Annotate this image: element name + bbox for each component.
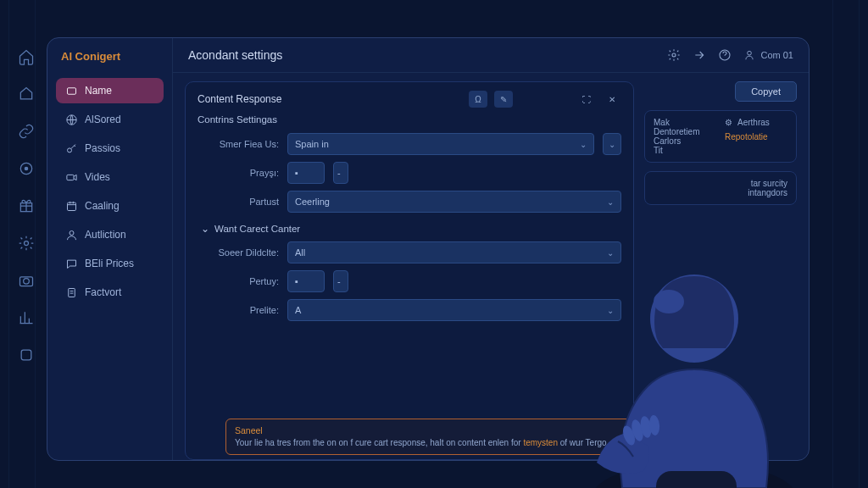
id-icon bbox=[64, 84, 78, 97]
praysi-select-b[interactable]: - bbox=[333, 162, 348, 184]
history-icon[interactable]: Ω bbox=[469, 91, 487, 108]
svg-point-9 bbox=[67, 147, 71, 152]
page-title: Acondant settings bbox=[188, 48, 282, 62]
pertuy-select-b[interactable]: - bbox=[333, 270, 348, 292]
main-panel: Acondant settings Com 01 Content Respons… bbox=[173, 38, 809, 460]
sidebar-item-vides[interactable]: Vides bbox=[56, 164, 164, 190]
main-header: Acondant settings Com 01 bbox=[173, 38, 809, 73]
svg-rect-6 bbox=[21, 350, 31, 360]
smer-fiea-select[interactable]: Spain in⌄ bbox=[287, 133, 594, 155]
field-label: Partust bbox=[213, 197, 279, 207]
side-panel: Copyet Mak Dentoretiem Carlors Tit ⚙Aert… bbox=[644, 81, 797, 460]
praysi-select[interactable]: ▪ bbox=[287, 162, 325, 184]
sidebar-item-label: Passios bbox=[85, 142, 120, 154]
content-response-panel: Content Response Ω ✎ ⛶ ✕ Contrins Settin… bbox=[185, 81, 634, 460]
svg-rect-13 bbox=[68, 288, 75, 297]
svg-rect-18 bbox=[656, 471, 737, 488]
video-icon bbox=[64, 170, 78, 184]
home-icon[interactable] bbox=[17, 47, 36, 66]
svg-rect-10 bbox=[66, 175, 73, 180]
globe-icon bbox=[64, 113, 78, 126]
svg-rect-7 bbox=[67, 87, 75, 94]
sidebar-item-label: Factvort bbox=[85, 286, 121, 298]
notice-body: Your lie ha tres from the on on f cure c… bbox=[235, 437, 623, 449]
sidebar-item-prices[interactable]: BEli Prices bbox=[56, 251, 164, 276]
svg-point-1 bbox=[25, 167, 27, 169]
sidebar-item-alsored[interactable]: AlSored bbox=[56, 107, 164, 132]
field-label: Smer Fiea Us: bbox=[213, 139, 279, 149]
svg-point-17 bbox=[593, 463, 796, 488]
field-partust: Partust Ceerling⌄ bbox=[213, 191, 621, 213]
svg-point-16 bbox=[748, 51, 752, 55]
sidebar: AI Conigert Name AlSored Passios Vides C… bbox=[47, 38, 173, 460]
gift-icon[interactable] bbox=[17, 197, 36, 215]
app-window: AI Conigert Name AlSored Passios Vides C… bbox=[47, 37, 810, 461]
cal-icon bbox=[64, 199, 78, 213]
sidebar-item-passios[interactable]: Passios bbox=[56, 136, 164, 161]
user-badge[interactable]: Com 01 bbox=[743, 49, 793, 61]
sidebar-item-caaling[interactable]: Caaling bbox=[56, 193, 164, 219]
prelite-select[interactable]: A⌄ bbox=[287, 299, 621, 321]
sidebar-item-label: Name bbox=[85, 85, 112, 97]
notice-title: Saneel bbox=[235, 424, 623, 437]
help-icon[interactable] bbox=[718, 48, 732, 62]
warning-notice: Saneel Your lie ha tres from the on on f… bbox=[225, 419, 632, 455]
brand-label: AI Conigert bbox=[56, 50, 164, 75]
edit-icon[interactable]: ✎ bbox=[494, 91, 513, 108]
field-praysi: Prayşı: ▪ - bbox=[213, 162, 621, 184]
house-icon[interactable] bbox=[17, 85, 36, 103]
info-card-1: Mak Dentoretiem Carlors Tit ⚙Aerthras Re… bbox=[644, 110, 797, 163]
sidebar-item-label: BEli Prices bbox=[85, 258, 134, 269]
field-smer-fiea: Smer Fiea Us: Spain in⌄ ⌄ bbox=[213, 133, 621, 155]
user-icon bbox=[64, 228, 78, 241]
field-label: Soeer Dildclte: bbox=[213, 247, 279, 258]
svg-rect-11 bbox=[67, 202, 75, 210]
pertuy-select[interactable]: ▪ bbox=[287, 270, 325, 292]
svg-point-12 bbox=[70, 230, 74, 235]
sidebar-item-label: Vides bbox=[85, 171, 110, 183]
forward-arrow-icon[interactable] bbox=[693, 48, 706, 62]
sidebar-item-autliction[interactable]: Autliction bbox=[56, 222, 164, 247]
gear-icon: ⚙ bbox=[725, 118, 732, 127]
square-icon[interactable] bbox=[17, 346, 36, 364]
system-rail bbox=[12, 47, 41, 364]
partust-select[interactable]: Ceerling⌄ bbox=[287, 191, 621, 213]
settings-gear-icon[interactable] bbox=[667, 48, 681, 62]
chevron-down-icon: ⌄ bbox=[201, 223, 209, 235]
info-card-2: tar surcity intangdors bbox=[644, 171, 797, 205]
sidebar-item-label: Autliction bbox=[85, 229, 126, 241]
chevron-down-icon[interactable]: ⌄ bbox=[603, 133, 621, 155]
field-prelite: Prelite: A⌄ bbox=[213, 299, 621, 321]
user-label: Com 01 bbox=[760, 50, 793, 60]
sidebar-item-factvort[interactable]: Factvort bbox=[56, 280, 164, 305]
field-pertuy: Pertuy: ▪ - bbox=[213, 270, 621, 292]
close-icon[interactable]: ✕ bbox=[603, 91, 621, 108]
field-label: Pertuy: bbox=[213, 276, 279, 286]
expand-icon[interactable]: ⛶ bbox=[577, 91, 596, 108]
chart-icon[interactable] bbox=[17, 308, 36, 327]
svg-point-3 bbox=[25, 241, 29, 246]
field-soeer: Soeer Dildclte: All⌄ bbox=[213, 241, 621, 263]
sidebar-item-label: Caaling bbox=[85, 200, 120, 212]
svg-point-5 bbox=[24, 279, 30, 285]
svg-point-14 bbox=[672, 53, 676, 57]
doc-icon bbox=[64, 286, 78, 299]
section-label: Contrins Settingas bbox=[198, 114, 621, 125]
dot-icon[interactable] bbox=[17, 159, 36, 178]
sidebar-item-label: AlSored bbox=[85, 114, 121, 125]
link-icon[interactable] bbox=[17, 122, 36, 141]
gear-icon[interactable] bbox=[17, 234, 36, 252]
chat-icon bbox=[64, 257, 78, 270]
collapse-header[interactable]: ⌄ Want Carect Canter bbox=[201, 223, 621, 235]
field-label: Prayşı: bbox=[213, 168, 279, 178]
sidebar-item-name[interactable]: Name bbox=[56, 78, 164, 103]
key-icon bbox=[64, 141, 78, 155]
soeer-select[interactable]: All⌄ bbox=[287, 241, 621, 263]
copy-button[interactable]: Copyet bbox=[735, 81, 797, 102]
camera-icon[interactable] bbox=[17, 271, 36, 290]
accent-link[interactable]: Repotolatie bbox=[725, 132, 787, 141]
field-label: Prelite: bbox=[213, 305, 279, 315]
panel-title: Content Response bbox=[198, 93, 281, 105]
